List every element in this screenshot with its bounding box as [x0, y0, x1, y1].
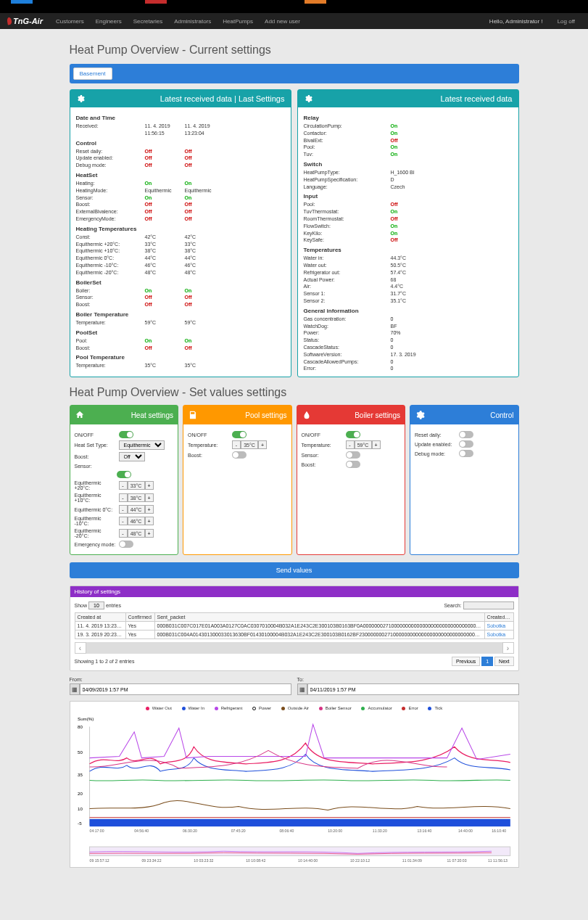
boiler-sensor-toggle[interactable]: [346, 451, 360, 459]
update-enabled-label: Update enabled:: [76, 155, 145, 162]
calendar-icon[interactable]: ▦: [70, 683, 80, 695]
plus-button[interactable]: +: [145, 481, 154, 490]
eq10-stepper[interactable]: -38°C+: [119, 493, 154, 502]
control-debug-toggle[interactable]: [459, 450, 473, 457]
emergency-toggle[interactable]: [119, 541, 133, 548]
horizontal-scrollbar[interactable]: ‹ ›: [75, 642, 514, 654]
minus-button[interactable]: -: [119, 505, 128, 514]
basement-button[interactable]: Basement: [73, 67, 112, 80]
btemp-label: Temperature:: [76, 319, 145, 326]
send-values-button[interactable]: Send values: [70, 562, 519, 578]
nav-engineers[interactable]: Engineers: [96, 18, 122, 25]
eq10-val: 38°C: [128, 493, 145, 502]
error-label: Error:: [304, 365, 391, 372]
heat-sensor-toggle[interactable]: [117, 471, 131, 478]
col-confirmed[interactable]: Confirmed: [125, 613, 154, 622]
nav-administrators[interactable]: Administrators: [174, 18, 211, 25]
pool-v1: On: [145, 337, 185, 345]
control-reset-label: Reset daily:: [415, 432, 457, 438]
plus-button[interactable]: +: [145, 493, 154, 502]
createdby-link[interactable]: Sobotka: [487, 623, 506, 628]
eqm20-stepper[interactable]: -48°C+: [119, 529, 154, 538]
boiler-temp-stepper[interactable]: -59°C+: [346, 440, 381, 449]
pool-onoff-toggle[interactable]: [232, 431, 247, 438]
eqm10-stepper[interactable]: -46°C+: [119, 517, 154, 525]
nav-customers[interactable]: Customers: [56, 18, 84, 25]
minus-button[interactable]: -: [119, 529, 128, 538]
pool-temp-stepper[interactable]: -35°C+: [232, 440, 267, 449]
heat-boost-select[interactable]: Off: [119, 452, 145, 461]
plus-button[interactable]: +: [145, 517, 154, 525]
home-icon: [75, 410, 85, 420]
main-chart[interactable]: Sum(%) 80 50 35 20 10 -5: [75, 713, 514, 840]
heat-onoff-toggle[interactable]: [119, 431, 133, 438]
search-input[interactable]: [463, 601, 514, 609]
eqm20-val: 48°C: [128, 529, 145, 538]
status-label: Status:: [304, 337, 391, 344]
keysafe-label: KeySafe:: [304, 237, 391, 244]
eq20-stepper[interactable]: -33°C+: [119, 481, 154, 490]
showing-text: Showing 1 to 2 of 2 entries: [75, 659, 135, 664]
brand-logo[interactable]: TnG-Air: [7, 17, 43, 25]
pool-boost-label: Boost:: [188, 453, 230, 458]
next-button[interactable]: Next: [494, 657, 513, 666]
section-heattemps: Heating Temperatures: [76, 226, 285, 232]
to-date-input[interactable]: [307, 683, 519, 695]
cell-confirmed: Yes: [125, 631, 154, 639]
eq20-val: 33°C: [128, 481, 145, 490]
plus-button[interactable]: +: [145, 529, 154, 538]
nav-secretaries[interactable]: Secretaries: [133, 18, 162, 25]
scroll-right-icon[interactable]: ›: [502, 642, 514, 654]
error-v: 0: [391, 365, 513, 372]
nav-add-user[interactable]: Add new user: [265, 18, 300, 25]
heating-mode-v1: Equithermic: [145, 187, 185, 194]
swver-label: SoftwareVersion:: [304, 351, 391, 358]
legend-waterout: Water Out: [152, 706, 172, 710]
svg-text:04:17:00: 04:17:00: [89, 829, 104, 833]
gear-icon: [76, 94, 85, 103]
x-ticks: 04:17:00 04:56:40 06:30:20 07:45:20 08:0…: [89, 829, 506, 833]
minus-button[interactable]: -: [119, 493, 128, 502]
wdog-label: WatchDog:: [304, 323, 391, 330]
eq0-label: Equithermic 0°C:: [76, 255, 145, 262]
actpow-label: Actual Power:: [304, 276, 391, 284]
prev-button[interactable]: Previous: [452, 657, 480, 666]
col-createdby[interactable]: Created by: [484, 613, 513, 622]
gas-v: 0: [391, 316, 513, 323]
minus-button[interactable]: -: [119, 481, 128, 490]
eqm10-val: 46°C: [128, 517, 145, 525]
entries-input[interactable]: [88, 601, 104, 609]
plus-button[interactable]: +: [145, 505, 154, 514]
page-1-button[interactable]: 1: [481, 657, 493, 666]
createdby-link[interactable]: Sobotka: [487, 632, 506, 637]
btemp-v2: 59°C: [185, 319, 225, 326]
control-update-toggle[interactable]: [459, 440, 473, 448]
logoff-link[interactable]: Log off: [558, 18, 575, 25]
scroll-track[interactable]: [86, 642, 502, 654]
minus-button[interactable]: -: [346, 440, 355, 449]
section-heatset: HeatSet: [76, 172, 285, 178]
plus-button[interactable]: +: [372, 440, 381, 449]
heat-set-type-select[interactable]: Equithermic: [119, 440, 165, 450]
air-v: 4.4°C: [391, 283, 513, 290]
boiler-boost-toggle[interactable]: [346, 461, 360, 468]
pool-boost-toggle[interactable]: [232, 451, 247, 459]
nav-heatpumps[interactable]: HeatPumps: [223, 18, 253, 25]
minus-button[interactable]: -: [232, 440, 241, 449]
calendar-icon[interactable]: ▦: [297, 683, 307, 695]
col-created[interactable]: Created at: [75, 613, 125, 622]
eq0-stepper[interactable]: -44°C+: [119, 505, 154, 514]
overview-chart[interactable]: 09 15:57:12 09 23:34:22 10 03:23:32 10 1…: [75, 845, 514, 863]
tuv-v: On: [391, 151, 513, 158]
section-control: Control: [76, 140, 285, 147]
control-reset-toggle[interactable]: [459, 431, 473, 438]
boiler-card-title: Boiler settings: [355, 411, 400, 419]
ytick: 80: [78, 724, 83, 729]
update-enabled-v1: Off: [145, 155, 185, 162]
from-date-input[interactable]: [80, 683, 291, 695]
plus-button[interactable]: +: [258, 440, 267, 449]
minus-button[interactable]: -: [119, 517, 128, 525]
col-packet[interactable]: Sent_packet: [154, 613, 484, 622]
scroll-left-icon[interactable]: ‹: [75, 642, 86, 654]
boiler-onoff-toggle[interactable]: [346, 431, 360, 438]
